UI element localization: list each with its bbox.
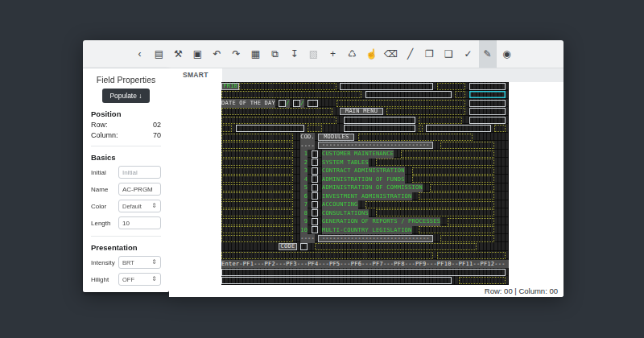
screen-field-input[interactable] (340, 83, 433, 90)
new-file-icon[interactable]: ▤ (151, 40, 168, 68)
screen-field-unprot[interactable] (440, 142, 494, 149)
module-select-input[interactable] (312, 209, 319, 216)
screen-field-unprot[interactable] (448, 218, 494, 225)
screen-field-input[interactable] (469, 108, 506, 115)
download-icon[interactable]: ↧ (286, 40, 303, 68)
screen-field-input[interactable] (236, 125, 304, 132)
module-select-input[interactable] (312, 218, 319, 225)
screen-field-input[interactable] (365, 91, 452, 98)
validate-icon[interactable]: ✓ (460, 40, 477, 68)
screen-field-unprot[interactable] (308, 125, 322, 132)
screen-field-unprot[interactable] (221, 150, 293, 158)
screen-field-unprot[interactable] (437, 252, 506, 259)
line-tool-icon[interactable]: ╱ (402, 40, 419, 68)
screen-field-input[interactable] (426, 125, 490, 132)
screen-field-input[interactable] (469, 117, 506, 124)
tab-smart[interactable]: SMART (169, 68, 222, 82)
copy-icon[interactable]: ❐ (421, 40, 439, 68)
screen-field-unprot[interactable] (386, 108, 465, 115)
screen-field-unprot[interactable] (221, 108, 332, 115)
redo-icon[interactable]: ↷ (228, 40, 246, 68)
module-select-input[interactable] (312, 226, 319, 233)
module-select-input[interactable] (312, 192, 319, 200)
screen-field-unprot[interactable] (430, 184, 494, 192)
screen-field-unprot[interactable] (419, 125, 422, 132)
select-tool-icon[interactable]: ☝ (363, 40, 381, 68)
module-select-input[interactable] (312, 159, 319, 166)
initial-field[interactable] (122, 169, 157, 176)
module-select-input[interactable] (312, 201, 319, 208)
preview-icon[interactable]: ◉ (498, 40, 516, 68)
screen-field-input[interactable] (469, 83, 506, 90)
screen-field-unprot[interactable] (376, 209, 494, 216)
screen-field-input[interactable] (221, 277, 452, 284)
save-all-icon[interactable]: ⧉ (266, 40, 284, 68)
kv-label: Column: (91, 131, 118, 139)
module-select-input[interactable] (312, 184, 319, 192)
undo-icon[interactable]: ↶ (208, 40, 226, 68)
screen-field-unprot[interactable] (221, 159, 293, 166)
screen-field-input[interactable] (344, 117, 415, 124)
screen-field-unprot[interactable] (221, 117, 336, 124)
save-icon[interactable]: ▦ (247, 40, 265, 68)
name-field[interactable] (122, 186, 157, 193)
screen-field-unprot[interactable] (221, 91, 361, 98)
screen-field-input[interactable] (344, 125, 415, 132)
module-select-input[interactable] (312, 150, 319, 158)
screen-field-unprot[interactable] (221, 175, 293, 183)
screen-field-unprot[interactable] (365, 201, 495, 208)
screen-field-input[interactable] (308, 100, 318, 107)
screen-field-unprot[interactable] (336, 100, 466, 107)
screen-field-unprot[interactable] (221, 125, 232, 132)
screen-field-unprot[interactable] (419, 192, 494, 200)
screen-field-unprot[interactable] (358, 134, 473, 141)
back-icon[interactable]: ‹ (131, 40, 149, 68)
screen-field-unprot[interactable] (221, 252, 433, 259)
screen-field-unprot[interactable] (401, 150, 494, 158)
screen-field-unprot[interactable] (221, 201, 293, 208)
code-input[interactable] (300, 243, 308, 250)
tools-icon[interactable]: ⚒ (170, 40, 188, 68)
populate-button[interactable]: Populate ↓ (102, 89, 149, 103)
screen-field-unprot[interactable] (239, 83, 336, 90)
screen-field-unprot[interactable] (455, 91, 465, 98)
screen-field-unprot[interactable] (221, 167, 293, 175)
screen-field-input[interactable] (469, 100, 506, 107)
paste-icon[interactable]: ❑ (440, 40, 458, 68)
screen-field-input[interactable] (293, 100, 300, 107)
screen-field-unprot[interactable] (221, 184, 293, 192)
module-select-input[interactable] (312, 167, 319, 175)
screen-field-unprot[interactable] (315, 243, 477, 250)
hilight-select[interactable]: OFF⇕ (118, 273, 161, 286)
screen-field-unprot[interactable] (221, 142, 293, 149)
screen-field-unprot[interactable] (221, 218, 293, 225)
selected-field[interactable] (469, 91, 506, 98)
screen-field-unprot[interactable] (221, 192, 293, 200)
screen-field-unprot[interactable] (437, 83, 466, 90)
screen-field-unprot[interactable] (221, 235, 293, 242)
add-field-icon[interactable]: + (324, 40, 342, 68)
screen-field-unprot[interactable] (221, 226, 293, 233)
intensity-select[interactable]: BRT⇕ (118, 256, 161, 269)
message-line[interactable] (221, 269, 506, 276)
screen-field-unprot[interactable] (412, 175, 495, 183)
draw-tool-icon[interactable]: ✎ (479, 40, 497, 68)
length-field[interactable] (122, 220, 157, 227)
export-image-icon[interactable]: ▧ (305, 40, 323, 68)
screen-field-unprot[interactable] (419, 117, 462, 124)
screen-field-unprot[interactable] (412, 167, 495, 175)
screen-field-unprot[interactable] (221, 209, 293, 216)
print-icon[interactable]: ▣ (189, 40, 207, 68)
terminal-screen[interactable]: FR10DATE OF THE DAY//MAIN MENUCOD.MODULE… (221, 82, 509, 285)
delete-field-icon[interactable]: ♺ (344, 40, 361, 68)
screen-field-unprot[interactable] (376, 159, 494, 166)
module-select-input[interactable] (312, 175, 319, 183)
screen-field-unprot[interactable] (221, 134, 293, 141)
screen-field-unprot[interactable] (459, 277, 506, 284)
screen-field-input[interactable] (279, 100, 286, 107)
screen-field-unprot[interactable] (440, 235, 494, 242)
color-select[interactable]: Default⇕ (118, 200, 161, 212)
screen-field-unprot[interactable] (419, 226, 494, 233)
erase-tool-icon[interactable]: ⌫ (382, 40, 400, 68)
screen-field-unprot[interactable] (494, 125, 505, 132)
